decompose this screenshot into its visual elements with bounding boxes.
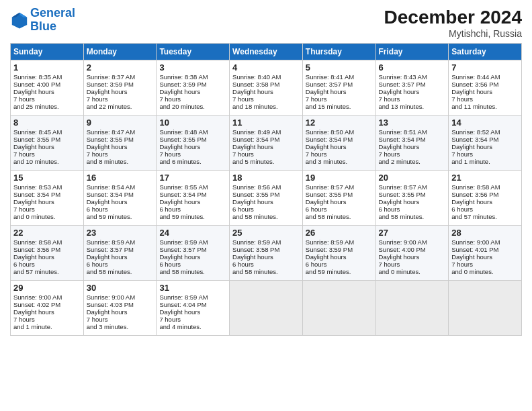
daylight-duration: 7 hours (232, 150, 254, 158)
daylight-duration: 6 hours (451, 205, 473, 213)
daylight-minutes: and 58 minutes. (379, 213, 425, 220)
calendar-cell: 30 Sunrise: 9:00 AM Sunset: 4:03 PM Dayl… (83, 281, 157, 336)
col-sunday: Sunday (11, 44, 84, 60)
daylight-label: Daylight hours (13, 198, 54, 205)
daylight-duration: 7 hours (13, 205, 35, 213)
daylight-minutes: and 57 minutes. (451, 213, 497, 220)
sunset: Sunset: 3:54 PM (159, 191, 206, 198)
sunrise: Sunrise: 8:58 AM (13, 238, 62, 246)
day-number: 25 (232, 228, 300, 238)
week-row: 22 Sunrise: 8:58 AM Sunset: 3:56 PM Dayl… (11, 226, 522, 281)
week-row: 8 Sunrise: 8:45 AM Sunset: 3:55 PM Dayli… (11, 116, 522, 171)
daylight-duration: 7 hours (306, 95, 327, 103)
col-tuesday: Tuesday (157, 44, 230, 60)
sunset: Sunset: 3:54 PM (306, 136, 353, 143)
sunrise: Sunrise: 8:45 AM (13, 128, 62, 136)
daylight-label: Daylight hours (379, 88, 420, 95)
daylight-duration: 6 hours (232, 261, 254, 268)
daylight-minutes: and 58 minutes. (232, 268, 278, 275)
sunrise: Sunrise: 8:41 AM (306, 73, 354, 81)
sunrise: Sunrise: 8:59 AM (87, 238, 135, 246)
sunrise: Sunrise: 8:40 AM (232, 73, 281, 81)
day-number: 4 (232, 62, 300, 73)
calendar-cell: 26 Sunrise: 8:59 AM Sunset: 3:59 PM Dayl… (302, 226, 375, 281)
sunrise: Sunrise: 8:58 AM (451, 183, 500, 191)
calendar-cell: 19 Sunrise: 8:57 AM Sunset: 3:55 PM Dayl… (302, 171, 375, 226)
daylight-duration: 7 hours (232, 95, 254, 103)
col-monday: Monday (83, 44, 157, 60)
svg-marker-0 (12, 13, 27, 29)
sunset: Sunset: 4:00 PM (13, 81, 60, 88)
day-number: 19 (306, 173, 373, 183)
calendar-cell: 4 Sunrise: 8:40 AM Sunset: 3:58 PM Dayli… (230, 60, 303, 116)
day-number: 6 (379, 62, 446, 73)
sunset: Sunset: 3:59 PM (87, 81, 134, 88)
day-number: 15 (13, 173, 81, 183)
daylight-minutes: and 2 minutes. (379, 158, 420, 165)
sunset: Sunset: 3:57 PM (379, 81, 426, 88)
logo-icon (10, 11, 29, 30)
sunset: Sunset: 3:55 PM (306, 191, 353, 198)
sunset: Sunset: 4:01 PM (451, 246, 498, 253)
daylight-duration: 6 hours (13, 261, 35, 268)
daylight-duration: 7 hours (451, 95, 473, 103)
sunrise: Sunrise: 8:55 AM (159, 183, 208, 191)
sunset: Sunset: 3:54 PM (379, 136, 426, 143)
daylight-label: Daylight hours (379, 143, 420, 150)
daylight-label: Daylight hours (451, 143, 492, 150)
daylight-duration: 6 hours (306, 205, 327, 213)
daylight-minutes: and 25 minutes. (13, 103, 59, 110)
calendar-cell: 24 Sunrise: 8:59 AM Sunset: 3:57 PM Dayl… (157, 226, 230, 281)
daylight-minutes: and 20 minutes. (159, 103, 205, 110)
daylight-minutes: and 4 minutes. (159, 323, 201, 330)
daylight-label: Daylight hours (379, 198, 420, 205)
daylight-minutes: and 22 minutes. (87, 103, 132, 110)
daylight-label: Daylight hours (159, 143, 200, 150)
daylight-duration: 6 hours (232, 205, 254, 213)
sunrise: Sunrise: 8:59 AM (159, 293, 208, 301)
col-friday: Friday (375, 44, 449, 60)
header-row: Sunday Monday Tuesday Wednesday Thursday… (11, 44, 522, 60)
sunrise: Sunrise: 8:37 AM (87, 73, 135, 81)
col-saturday: Saturday (449, 44, 522, 60)
daylight-minutes: and 15 minutes. (306, 103, 351, 110)
calendar-cell: 13 Sunrise: 8:51 AM Sunset: 3:54 PM Dayl… (375, 116, 449, 171)
day-number: 28 (451, 228, 519, 238)
daylight-label: Daylight hours (379, 253, 420, 261)
sunset: Sunset: 4:00 PM (379, 246, 426, 253)
daylight-duration: 7 hours (306, 150, 327, 158)
daylight-minutes: and 58 minutes. (306, 213, 351, 220)
sunrise: Sunrise: 9:00 AM (87, 293, 135, 301)
sunset: Sunset: 3:54 PM (87, 191, 134, 198)
sunset: Sunset: 3:55 PM (13, 136, 60, 143)
daylight-label: Daylight hours (232, 88, 273, 95)
daylight-duration: 6 hours (306, 261, 327, 268)
calendar-cell: 16 Sunrise: 8:54 AM Sunset: 3:54 PM Dayl… (83, 171, 157, 226)
week-row: 29 Sunrise: 9:00 AM Sunset: 4:02 PM Dayl… (11, 281, 522, 336)
sunrise: Sunrise: 9:00 AM (379, 238, 427, 246)
day-number: 16 (87, 173, 154, 183)
calendar-container: General Blue December 2024 Mytishchi, Ru… (0, 0, 532, 342)
day-number: 27 (379, 228, 446, 238)
daylight-minutes: and 11 minutes. (451, 103, 497, 110)
daylight-minutes: and 0 minutes. (13, 213, 55, 220)
sunset: Sunset: 3:57 PM (306, 81, 353, 88)
sunset: Sunset: 4:03 PM (87, 301, 134, 308)
sunset: Sunset: 3:54 PM (451, 136, 498, 143)
day-number: 11 (232, 118, 300, 128)
sunset: Sunset: 3:56 PM (13, 246, 60, 253)
daylight-label: Daylight hours (306, 198, 347, 205)
daylight-label: Daylight hours (13, 143, 54, 150)
calendar-cell (302, 281, 375, 336)
daylight-label: Daylight hours (159, 253, 200, 261)
daylight-minutes: and 10 minutes. (13, 158, 59, 165)
sunset: Sunset: 3:57 PM (87, 246, 134, 253)
daylight-minutes: and 3 minutes. (87, 323, 128, 330)
daylight-duration: 7 hours (87, 150, 108, 158)
day-number: 13 (379, 118, 446, 128)
daylight-minutes: and 0 minutes. (379, 268, 420, 275)
sunrise: Sunrise: 8:50 AM (306, 128, 354, 136)
sunset: Sunset: 3:54 PM (13, 191, 60, 198)
calendar-cell: 6 Sunrise: 8:43 AM Sunset: 3:57 PM Dayli… (375, 60, 449, 116)
daylight-label: Daylight hours (159, 88, 200, 95)
